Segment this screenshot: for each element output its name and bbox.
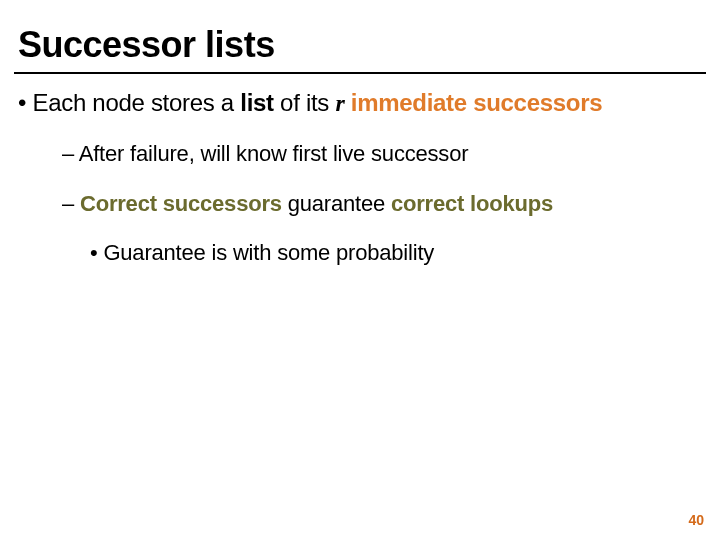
text: After failure, will know first live succ… [79,141,469,166]
text: guarantee [282,191,391,216]
text-bold-olive: Correct successors [80,191,282,216]
text-bold: list [240,89,273,116]
sublist: After failure, will know first live succ… [62,140,702,217]
title-underline [14,72,706,74]
text-highlight: immediate successors [344,89,602,116]
text: of its [274,89,336,116]
slide: Successor lists Each node stores a list … [0,0,720,540]
text-bold-olive: correct lookups [391,191,553,216]
bullet-level2: After failure, will know first live succ… [62,140,702,168]
bullet-level2: Correct successors guarantee correct loo… [62,190,702,218]
slide-title: Successor lists [18,24,275,66]
page-number: 40 [688,512,704,528]
slide-body: Each node stores a list of its r immedia… [18,88,702,289]
text: Guarantee is with some probability [103,240,434,265]
text: Each node stores a [32,89,240,116]
bullet-level1: Each node stores a list of its r immedia… [18,88,702,118]
bullet-level3: Guarantee is with some probability [90,239,702,267]
